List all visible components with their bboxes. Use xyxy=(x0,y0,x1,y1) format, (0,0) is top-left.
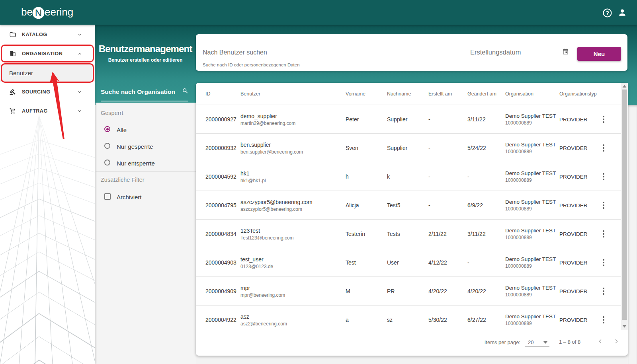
svg-text:?: ? xyxy=(606,10,609,16)
svg-text:N: N xyxy=(35,8,42,18)
